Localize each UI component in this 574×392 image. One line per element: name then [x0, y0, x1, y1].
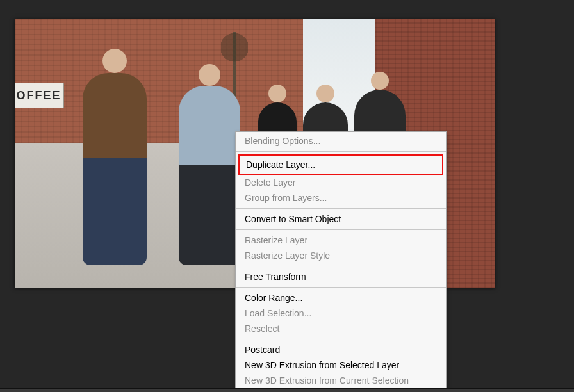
menu-separator — [236, 229, 446, 230]
menu-color-range[interactable]: Color Range... — [236, 290, 446, 306]
menu-blending-options[interactable]: Blending Options... — [236, 133, 446, 149]
menu-new-3d-extrusion-current-selection[interactable]: New 3D Extrusion from Current Selection — [236, 373, 446, 388]
menu-separator — [236, 339, 446, 339]
menu-load-selection[interactable]: Load Selection... — [236, 306, 446, 321]
status-bar — [0, 388, 574, 392]
menu-group-from-layers[interactable]: Group from Layers... — [236, 190, 446, 206]
menu-separator — [236, 287, 446, 288]
layer-context-menu: Blending Options... Duplicate Layer... D… — [235, 131, 447, 390]
photo-person-2 — [179, 86, 240, 265]
menu-rasterize-layer[interactable]: Rasterize Layer — [236, 233, 446, 248]
menu-duplicate-layer[interactable]: Duplicate Layer... — [246, 157, 436, 172]
menu-new-3d-extrusion-selected-layer[interactable]: New 3D Extrusion from Selected Layer — [236, 357, 446, 373]
menu-separator — [236, 266, 446, 266]
menu-free-transform[interactable]: Free Transform — [236, 269, 446, 284]
menu-separator — [236, 208, 446, 209]
menu-separator — [236, 151, 446, 152]
menu-postcard[interactable]: Postcard — [236, 342, 446, 357]
menu-reselect[interactable]: Reselect — [236, 321, 446, 336]
menu-highlight-box: Duplicate Layer... — [238, 154, 443, 175]
menu-delete-layer[interactable]: Delete Layer — [236, 175, 446, 190]
menu-rasterize-layer-style[interactable]: Rasterize Layer Style — [236, 248, 446, 263]
photo-person-1 — [83, 73, 147, 265]
menu-convert-smart-object[interactable]: Convert to Smart Object — [236, 211, 446, 227]
photo-coffee-sign: OFFEE — [15, 83, 64, 108]
